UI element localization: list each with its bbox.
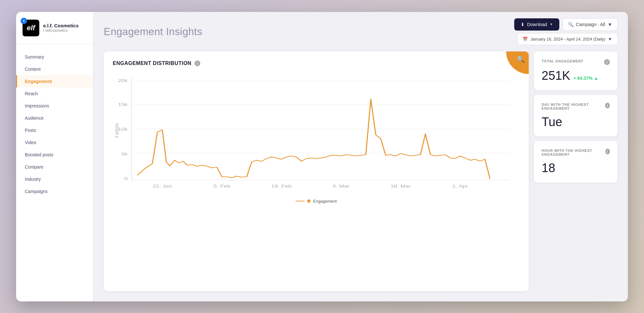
sidebar-item-industry[interactable]: Industry [16, 173, 93, 185]
search-overlay[interactable]: 🔍 [506, 51, 529, 74]
brand-header: f elf e.l.f. Cosmetics f /elfcosmetics [16, 12, 93, 44]
content-area: 🔍 ENGAGEMENT DISTRIBUTION i 20k 15k 10k … [93, 51, 628, 301]
sidebar-item-impressions[interactable]: Impressions [16, 100, 93, 112]
app-window: f elf e.l.f. Cosmetics f /elfcosmetics S… [16, 12, 628, 301]
sidebar-item-boosted-posts[interactable]: Boosted posts [16, 149, 93, 161]
chart-legend: Engagement [113, 199, 520, 204]
main-content: Engagement Insights ⬇ Download ▼ 🔍 Campa… [93, 12, 628, 301]
legend-label: Engagement [313, 199, 337, 204]
campaign-dropdown[interactable]: 🔍 Campaign · All ▼ [563, 18, 618, 31]
sidebar-item-reach[interactable]: Reach [16, 87, 93, 100]
svg-text:5k: 5k [121, 152, 128, 156]
date-chevron-icon: ▼ [608, 37, 612, 41]
svg-text:18. Mar: 18. Mar [391, 184, 411, 188]
logo-text: elf [27, 24, 35, 32]
campaign-icon: 🔍 [568, 22, 573, 27]
sidebar-item-content[interactable]: Content [16, 63, 93, 75]
date-range-label: January 16, 2024 - April 14, 2024 (Daily… [530, 37, 605, 41]
sidebar-item-audience[interactable]: Audience [16, 112, 93, 124]
top-bar-right: ⬇ Download ▼ 🔍 Campaign · All ▼ 📅 Januar… [514, 18, 618, 45]
brand-info: e.l.f. Cosmetics f /elfcosmetics [43, 23, 79, 33]
sidebar-item-video[interactable]: Video [16, 136, 93, 149]
hour-highest-info-icon[interactable]: i [605, 149, 610, 154]
svg-text:4. Mar: 4. Mar [333, 184, 349, 188]
total-engagement-info-icon[interactable]: i [604, 59, 610, 65]
sidebar-item-campaigns[interactable]: Campaigns [16, 185, 93, 198]
total-engagement-card: TOTAL ENGAGEMENT i 251K + 64.37% ▲ [534, 51, 618, 90]
hour-highest-label: HOUR WITH THE HIGHEST ENGAGEMENT [542, 149, 605, 156]
svg-text:20k: 20k [118, 78, 128, 82]
svg-text:19. Feb: 19. Feb [271, 184, 292, 188]
day-highest-card: DAY WITH THE HIGHEST ENGAGEMENT i Tue [534, 95, 618, 137]
svg-text:15k: 15k [118, 102, 128, 106]
svg-text:1. Apr: 1. Apr [452, 184, 468, 188]
date-range-button[interactable]: 📅 January 16, 2024 - April 14, 2024 (Dai… [517, 33, 618, 45]
brand-handle: f /elfcosmetics [43, 28, 79, 33]
hour-highest-card: HOUR WITH THE HIGHEST ENGAGEMENT i 18 [534, 141, 618, 183]
sidebar-item-compare[interactable]: Compare [16, 161, 93, 173]
calendar-icon: 📅 [523, 37, 528, 41]
sidebar-item-posts[interactable]: Posts [16, 124, 93, 136]
hour-highest-value: 18 [542, 161, 610, 175]
svg-text:5. Feb: 5. Feb [213, 184, 231, 188]
sidebar-nav: SummaryContentEngagementReachImpressions… [16, 44, 93, 204]
download-label: Download [527, 22, 547, 27]
total-engagement-change: + 64.37% ▲ [573, 76, 598, 81]
campaign-label: Campaign · All [576, 22, 605, 27]
fb-icon: f [21, 18, 27, 24]
top-bar: Engagement Insights ⬇ Download ▼ 🔍 Campa… [93, 12, 628, 51]
engagement-chart: 20k 15k 10k 5k 0 [113, 73, 520, 195]
day-highest-label: DAY WITH THE HIGHEST ENGAGEMENT [542, 103, 605, 110]
chart-info-icon[interactable]: i [194, 60, 200, 66]
legend-dot [307, 199, 310, 203]
right-panel: TOTAL ENGAGEMENT i 251K + 64.37% ▲ DAY W… [534, 51, 618, 291]
sidebar: f elf e.l.f. Cosmetics f /elfcosmetics S… [16, 12, 93, 301]
download-button[interactable]: ⬇ Download ▼ [514, 18, 559, 31]
sidebar-item-engagement[interactable]: Engagement [16, 75, 93, 87]
svg-text:# actions: # actions [114, 123, 120, 138]
legend-line [296, 201, 305, 201]
chevron-down-icon: ▼ [550, 23, 553, 26]
total-engagement-value: 251K [542, 69, 570, 83]
search-icon: 🔍 [517, 55, 525, 63]
svg-text:0: 0 [124, 176, 128, 180]
campaign-chevron-icon: ▼ [608, 22, 612, 27]
brand-name: e.l.f. Cosmetics [43, 23, 79, 28]
total-engagement-label: TOTAL ENGAGEMENT [542, 59, 583, 63]
day-highest-value: Tue [542, 115, 610, 129]
chart-panel: 🔍 ENGAGEMENT DISTRIBUTION i 20k 15k 10k … [104, 51, 529, 291]
svg-text:22. Jan: 22. Jan [153, 184, 172, 188]
brand-logo: f elf [23, 20, 39, 36]
chart-title: ENGAGEMENT DISTRIBUTION [113, 60, 191, 66]
page-title: Engagement Insights [104, 26, 202, 38]
day-highest-info-icon[interactable]: i [605, 103, 610, 108]
sidebar-item-summary[interactable]: Summary [16, 51, 93, 63]
chart-header: ENGAGEMENT DISTRIBUTION i [113, 60, 520, 66]
chart-svg-container: 20k 15k 10k 5k 0 [113, 73, 520, 195]
download-icon: ⬇ [521, 22, 525, 27]
